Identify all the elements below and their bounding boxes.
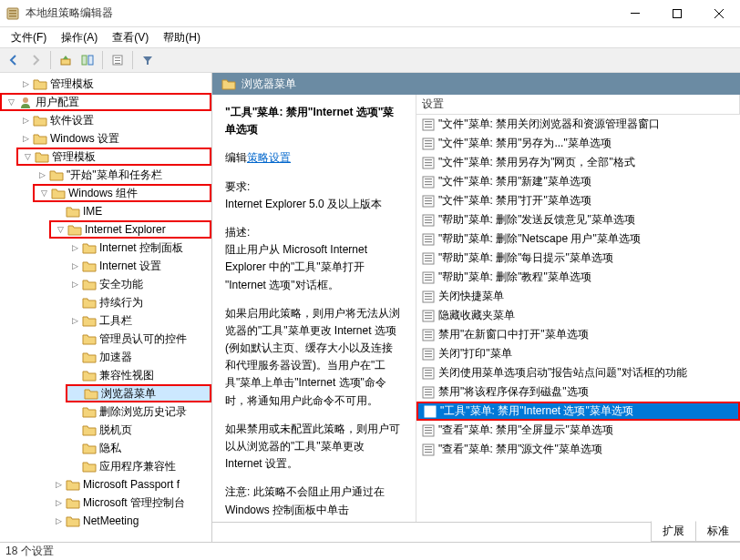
list-item[interactable]: "文件"菜单: 禁用关闭浏览器和资源管理器窗口 xyxy=(416,115,740,134)
properties-button[interactable] xyxy=(108,50,128,70)
svg-rect-69 xyxy=(425,375,432,376)
detail-header-title: 浏览器菜单 xyxy=(242,76,296,92)
tree-item[interactable]: IME xyxy=(49,202,211,220)
tree-item[interactable]: 删除浏览历史记录 xyxy=(66,402,211,421)
forward-button[interactable] xyxy=(26,50,46,70)
column-header-setting[interactable]: 设置 xyxy=(416,95,740,114)
tree-item-internet-explorer[interactable]: ▽Internet Explorer xyxy=(49,220,211,239)
list-rows[interactable]: "文件"菜单: 禁用关闭浏览器和资源管理器窗口"文件"菜单: 禁用"另存为...… xyxy=(416,115,740,522)
svg-rect-65 xyxy=(425,356,432,357)
chevron-right-icon[interactable]: ▷ xyxy=(53,515,64,526)
list-item[interactable]: 禁用"将该程序保存到磁盘"选项 xyxy=(416,382,740,402)
policy-icon xyxy=(422,271,435,284)
svg-rect-55 xyxy=(425,312,432,313)
tree-item[interactable]: 持续行为 xyxy=(66,293,211,311)
svg-rect-81 xyxy=(425,433,432,433)
filter-button[interactable] xyxy=(138,50,158,70)
svg-rect-61 xyxy=(425,337,432,338)
list-item[interactable]: 禁用"在新窗口中打开"菜单选项 xyxy=(416,325,740,344)
list-item[interactable]: 关闭快捷菜单 xyxy=(416,287,740,306)
tree-item[interactable]: ▷安全功能 xyxy=(66,275,211,293)
tree-panel[interactable]: ▷ 管理模板 ▽ 用户配置 ▷软件设置 ▷Windows 设置 ▽管理模板 ▷"… xyxy=(0,73,212,542)
list-item[interactable]: "工具"菜单: 禁用"Internet 选项"菜单选项 xyxy=(416,402,740,421)
list-item[interactable]: "查看"菜单: 禁用"源文件"菜单选项 xyxy=(416,440,740,459)
tree-item[interactable]: ▷Microsoft Passport f xyxy=(49,475,211,494)
tree-item[interactable]: ▷Internet 设置 xyxy=(66,257,211,275)
svg-rect-40 xyxy=(425,239,432,239)
tab-extended[interactable]: 扩展 xyxy=(651,521,696,542)
show-hide-button[interactable] xyxy=(77,50,98,70)
folder-icon xyxy=(66,496,80,509)
window-title: 本地组策略编辑器 xyxy=(26,5,614,21)
tree-item[interactable]: 脱机页 xyxy=(66,421,211,439)
minimize-button[interactable] xyxy=(614,0,656,27)
svg-rect-4 xyxy=(631,13,640,14)
tree-item-admin-templates[interactable]: ▽管理模板 xyxy=(16,148,211,166)
tree-item[interactable]: ▷Internet 控制面板 xyxy=(66,239,211,257)
statusbar: 18 个设置 xyxy=(0,542,740,560)
list-item[interactable]: "帮助"菜单: 删除"发送反馈意见"菜单选项 xyxy=(416,210,740,229)
chevron-right-icon[interactable]: ▷ xyxy=(36,169,47,180)
detail-panel: 浏览器菜单 "工具"菜单: 禁用"Internet 选项"菜单选项 编辑策略设置… xyxy=(212,73,740,542)
back-button[interactable] xyxy=(4,50,24,70)
tree-item[interactable]: 隐私 xyxy=(66,439,211,457)
chevron-right-icon[interactable]: ▷ xyxy=(69,242,80,253)
tree-item[interactable]: ▷软件设置 xyxy=(16,111,211,129)
chevron-down-icon[interactable]: ▽ xyxy=(5,97,16,107)
chevron-right-icon[interactable]: ▷ xyxy=(20,133,31,144)
close-button[interactable] xyxy=(698,0,740,27)
svg-rect-80 xyxy=(425,430,432,431)
tree-item[interactable]: 加速器 xyxy=(66,348,211,366)
window-titlebar: 本地组策略编辑器 xyxy=(0,0,740,27)
list-item[interactable]: "帮助"菜单: 删除"每日提示"菜单选项 xyxy=(416,249,740,268)
folder-icon xyxy=(82,314,97,327)
menu-file[interactable]: 文件(F) xyxy=(4,28,54,47)
list-item[interactable]: "文件"菜单: 禁用"另存为..."菜单选项 xyxy=(416,134,740,153)
chevron-down-icon[interactable]: ▽ xyxy=(22,151,33,162)
maximize-button[interactable] xyxy=(656,0,698,27)
chevron-right-icon[interactable]: ▷ xyxy=(20,115,31,126)
svg-rect-79 xyxy=(425,427,432,428)
list-item[interactable]: "文件"菜单: 禁用"打开"菜单选项 xyxy=(416,191,740,210)
svg-rect-41 xyxy=(425,241,432,242)
tree-item[interactable]: 兼容性视图 xyxy=(66,366,211,384)
menu-action[interactable]: 操作(A) xyxy=(54,28,105,47)
list-item[interactable]: "查看"菜单: 禁用"全屏显示"菜单选项 xyxy=(416,421,740,440)
menu-help[interactable]: 帮助(H) xyxy=(156,28,208,47)
tree-item[interactable]: ▷Microsoft 管理控制台 xyxy=(49,494,211,512)
svg-rect-68 xyxy=(425,372,432,373)
tree-item[interactable]: 应用程序兼容性 xyxy=(66,457,211,475)
list-item[interactable]: 隐藏收藏夹菜单 xyxy=(416,306,740,325)
tree-item-user-config[interactable]: ▽ 用户配置 xyxy=(0,93,211,111)
tree-item-browser-menu[interactable]: 浏览器菜单 xyxy=(66,384,211,402)
list-item[interactable]: "帮助"菜单: 删除"教程"菜单选项 xyxy=(416,268,740,287)
chevron-down-icon[interactable]: ▽ xyxy=(38,188,49,199)
tree-item[interactable]: ▷Windows 设置 xyxy=(16,129,211,148)
up-button[interactable] xyxy=(56,50,76,70)
tree-item[interactable]: ▷"开始"菜单和任务栏 xyxy=(33,166,211,184)
description-text: 如果禁用或未配置此策略，则用户可以从浏览器的"工具"菜单更改 Internet … xyxy=(225,421,403,473)
chevron-down-icon[interactable]: ▽ xyxy=(55,224,66,235)
tree-item-windows-components[interactable]: ▽Windows 组件 xyxy=(33,184,211,202)
chevron-right-icon[interactable]: ▷ xyxy=(53,479,64,490)
tree-item[interactable]: ▷NetMeeting xyxy=(49,512,211,530)
edit-policy-link[interactable]: 策略设置 xyxy=(247,151,291,164)
tab-standard[interactable]: 标准 xyxy=(695,522,740,542)
list-header[interactable]: 设置 xyxy=(416,95,740,115)
menu-view[interactable]: 查看(V) xyxy=(105,28,156,47)
list-item[interactable]: "帮助"菜单: 删除"Netscape 用户"菜单选项 xyxy=(416,229,740,249)
list-item-label: 隐藏收藏夹菜单 xyxy=(438,308,515,323)
list-item[interactable]: 关闭"打印"菜单 xyxy=(416,344,740,363)
chevron-right-icon[interactable]: ▷ xyxy=(69,279,80,290)
list-item[interactable]: 关闭使用菜单选项启动"报告站点问题"对话框的功能 xyxy=(416,363,740,382)
list-item[interactable]: "文件"菜单: 禁用"新建"菜单选项 xyxy=(416,172,740,191)
folder-icon xyxy=(33,132,47,145)
chevron-right-icon[interactable]: ▷ xyxy=(53,497,64,508)
tree-item[interactable]: ▷工具栏 xyxy=(66,311,211,330)
tree-item[interactable]: ▷ 管理模板 xyxy=(0,75,211,93)
tree-item[interactable]: 管理员认可的控件 xyxy=(66,330,211,348)
list-item[interactable]: "文件"菜单: 禁用另存为"网页，全部"格式 xyxy=(416,153,740,172)
chevron-right-icon[interactable]: ▷ xyxy=(69,260,80,271)
chevron-right-icon[interactable]: ▷ xyxy=(20,78,31,89)
chevron-right-icon[interactable]: ▷ xyxy=(69,315,80,326)
